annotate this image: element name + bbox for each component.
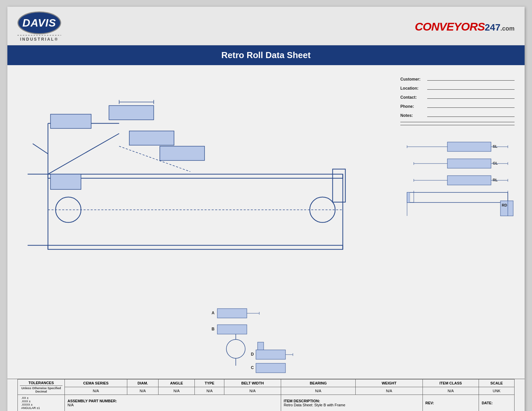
c-label: C	[251, 365, 254, 370]
svg-rect-44	[407, 192, 410, 202]
customer-label: Customer:	[400, 77, 427, 82]
tolerances-unless: Unless Otherwise Specified	[20, 386, 62, 390]
svg-rect-48	[217, 325, 247, 334]
davis-logo: DAVIS INDUSTRIAL®	[17, 11, 61, 42]
customer-line	[427, 75, 515, 81]
conveyors-247: 247	[485, 22, 500, 33]
contact-row: Contact:	[400, 93, 515, 100]
tol-xxxx: .XXXX ±	[21, 403, 62, 406]
drawing-area: Customer: Location: Contact: Phone:	[7, 65, 525, 300]
contact-line	[427, 93, 515, 99]
svg-rect-33	[447, 176, 491, 185]
item-class-value: N/A	[423, 387, 479, 395]
assembly-cell: ASSEMBLY PART NUMBER: N/A	[65, 395, 281, 411]
page: DAVIS INDUSTRIAL® CONVEYORS 247 .com Ret…	[7, 7, 525, 411]
svg-line-4	[48, 134, 119, 174]
main-content: Customer: Location: Contact: Phone:	[7, 65, 525, 411]
date-cell: DATE:	[479, 395, 515, 411]
bottom-diagram: A B D C	[7, 300, 525, 379]
sl-label: SL	[493, 144, 497, 148]
tolerances-values: .XX ± .XXX ± .XXXX ± ANGULAR ±1	[20, 396, 62, 410]
customer-row: Customer:	[400, 75, 515, 82]
svg-rect-45	[217, 309, 247, 318]
svg-rect-38	[407, 192, 508, 202]
left-drawing	[17, 72, 394, 297]
location-row: Location:	[400, 84, 515, 91]
bearing-value: N/A	[281, 387, 356, 395]
right-dimension-diagram: SL GL RL	[400, 139, 515, 227]
bearing-header: BEARING	[281, 379, 356, 387]
notes-row: Notes:	[400, 111, 515, 118]
diagram-left: A B D C	[17, 300, 515, 375]
diam-header: DIAM.	[127, 379, 159, 387]
davis-oval: DAVIS	[17, 11, 61, 34]
tolerances-decimal: Decimal	[20, 390, 62, 393]
rl-label: RL	[493, 178, 498, 182]
davis-logo-text: DAVIS	[23, 17, 56, 29]
svg-rect-12	[109, 105, 153, 120]
phone-row: Phone:	[400, 102, 515, 109]
rd-label: RD	[502, 203, 507, 207]
belt-width-header: BELT WIDTH	[224, 379, 281, 387]
type-value: N/A	[195, 387, 224, 395]
right-diagram-svg: SL GL RL	[400, 139, 515, 226]
cema-header: CEMA SERIES	[65, 379, 127, 387]
contact-label: Contact:	[400, 95, 427, 100]
svg-rect-14	[160, 146, 205, 160]
d-label: D	[251, 352, 254, 357]
conveyors-text: CONVEYORS	[415, 20, 485, 33]
item-class-header: ITEM CLASS	[423, 379, 479, 387]
rev-label: REV:	[426, 401, 476, 405]
tol-xx: .XX ±	[21, 396, 62, 400]
tolerances-values-cell: .XX ± .XXX ± .XXXX ± ANGULAR ±1	[18, 395, 65, 411]
svg-rect-11	[50, 114, 91, 128]
date-label: DATE:	[482, 401, 512, 405]
conveyors-com: .com	[500, 25, 515, 32]
weight-header: WEIGHT	[356, 379, 423, 387]
a-label: A	[212, 311, 215, 315]
tolerances-title: TOLERANCES	[20, 381, 62, 386]
weight-value: N/A	[356, 387, 423, 395]
phone-label: Phone:	[400, 104, 427, 109]
header: DAVIS INDUSTRIAL® CONVEYORS 247 .com	[7, 7, 525, 45]
svg-rect-1	[48, 245, 343, 249]
industrial-text: INDUSTRIAL®	[20, 37, 59, 42]
data-table-section: TOLERANCES Unless Otherwise Specified De…	[7, 379, 525, 411]
data-table: TOLERANCES Unless Otherwise Specified De…	[17, 379, 515, 411]
svg-rect-13	[129, 131, 174, 145]
right-info: Customer: Location: Contact: Phone:	[400, 72, 515, 297]
left-drawing-svg	[17, 72, 394, 297]
tolerances-header: TOLERANCES Unless Otherwise Specified De…	[18, 379, 65, 395]
svg-point-49	[226, 339, 245, 358]
location-label: Location:	[400, 86, 427, 91]
diam-value: N/A	[127, 387, 159, 395]
type-header: TYPE	[195, 379, 224, 387]
title-banner: Retro Roll Data Sheet	[7, 45, 525, 65]
item-desc-label: ITEM DESCRIPTION:	[284, 399, 420, 403]
title-text: Retro Roll Data Sheet	[221, 50, 311, 60]
assembly-value: N/A	[68, 403, 278, 407]
tol-xxx: .XXX ±	[21, 400, 62, 403]
phone-line	[427, 102, 515, 108]
item-desc-value: Retro Data Sheet: Style B with Frame	[284, 403, 420, 407]
item-desc-cell: ITEM DESCRIPTION: Retro Data Sheet: Styl…	[281, 395, 423, 411]
assembly-label: ASSEMBLY PART NUMBER:	[68, 399, 278, 403]
bottom-left-svg: A B D C	[17, 300, 515, 374]
location-line	[427, 84, 515, 90]
tol-angular: ANGULAR ±1	[21, 406, 62, 410]
svg-rect-53	[256, 350, 285, 359]
customer-form: Customer: Location: Contact: Phone:	[400, 72, 515, 125]
svg-rect-54	[256, 363, 285, 373]
svg-rect-28	[447, 159, 491, 168]
svg-rect-23	[447, 142, 491, 151]
rev-cell: REV:	[423, 395, 479, 411]
conveyors-logo: CONVEYORS 247 .com	[415, 20, 515, 33]
angle-header: ANGLE	[159, 379, 195, 387]
logo-line	[17, 35, 61, 36]
svg-line-8	[33, 144, 48, 154]
notes-line	[427, 111, 515, 117]
scale-header: SCALE	[479, 379, 515, 387]
b-label: B	[212, 327, 215, 331]
notes-label: Notes:	[400, 113, 427, 118]
scale-value: UNK	[479, 387, 515, 395]
